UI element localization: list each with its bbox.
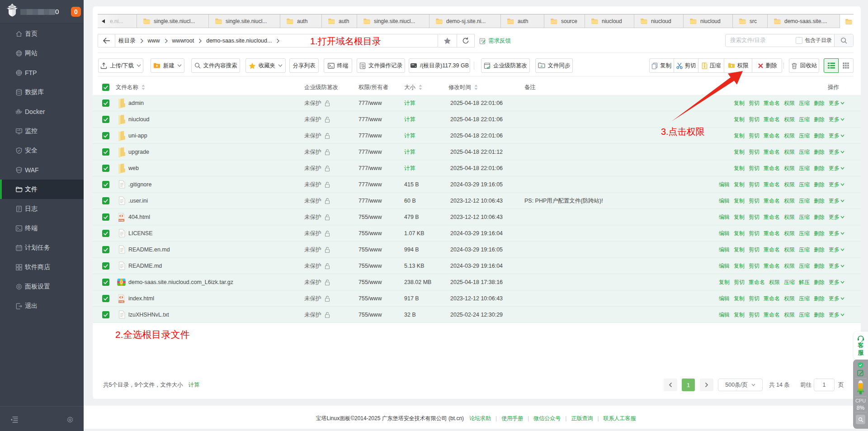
svg-text:WAF: WAF — [17, 169, 22, 171]
svg-text:HTML: HTML — [118, 219, 124, 222]
svg-text:HTML: HTML — [118, 301, 124, 303]
